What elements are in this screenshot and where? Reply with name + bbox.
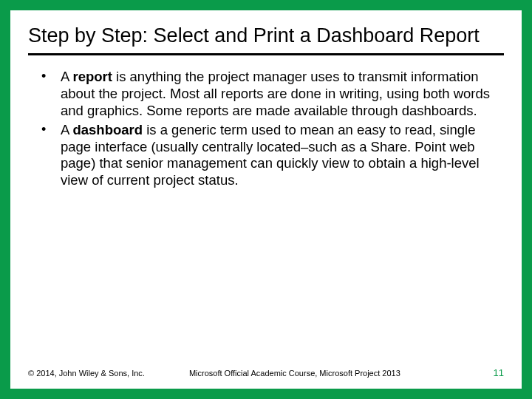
footer-page-number: 11 — [494, 367, 504, 378]
slide-title: Step by Step: Select and Print a Dashboa… — [28, 24, 504, 47]
bullet-prefix: A — [61, 69, 72, 84]
bullet-bold: dashboard — [72, 122, 143, 137]
bullet-bold: report — [72, 69, 112, 84]
bullet-list: A report is anything the project manager… — [28, 69, 504, 188]
bullet-rest: is anything the project manager uses to … — [61, 69, 490, 117]
list-item: A dashboard is a generic term used to me… — [28, 122, 504, 188]
bullet-prefix: A — [61, 122, 72, 137]
slide-footer: © 2014, John Wiley & Sons, Inc. Microsof… — [28, 367, 504, 378]
slide-body: A report is anything the project manager… — [28, 69, 504, 188]
list-item: A report is anything the project manager… — [28, 69, 504, 119]
title-underline — [28, 53, 504, 55]
footer-course: Microsoft Official Academic Course, Micr… — [145, 369, 494, 378]
slide: Step by Step: Select and Print a Dashboa… — [10, 10, 522, 389]
footer-copyright: © 2014, John Wiley & Sons, Inc. — [28, 369, 145, 378]
